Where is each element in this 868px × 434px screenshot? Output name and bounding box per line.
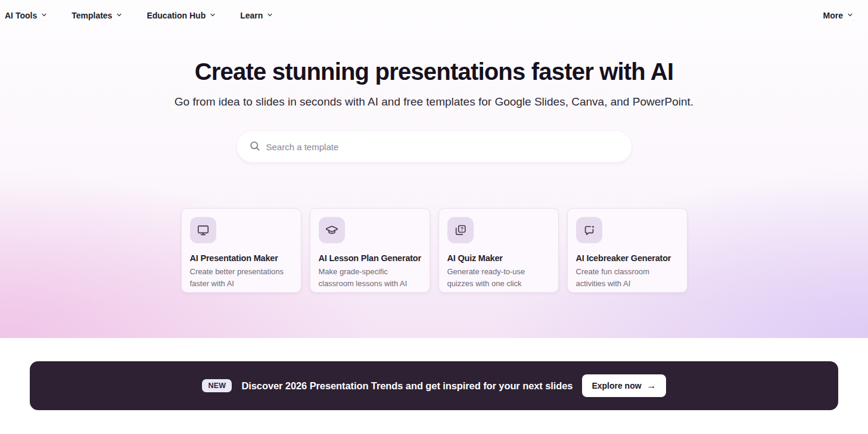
page-title: Create stunning presentations faster wit… xyxy=(0,58,868,85)
card-description: Generate ready-to-use quizzes with one c… xyxy=(447,266,550,290)
page-subtitle: Go from idea to slides in seconds with A… xyxy=(0,95,868,108)
card-title: AI Icebreaker Generator xyxy=(576,253,679,263)
chevron-down-icon xyxy=(266,11,273,20)
chevron-down-icon xyxy=(116,11,123,20)
card-description: Make grade-specific classroom lessons wi… xyxy=(319,266,421,290)
nav-item-templates[interactable]: Templates xyxy=(71,11,123,20)
chevron-down-icon xyxy=(847,11,854,20)
card-ai-quiz-maker[interactable]: ? AI Quiz Maker Generate ready-to-use qu… xyxy=(438,208,559,293)
search-input[interactable] xyxy=(266,142,620,152)
card-ai-lesson-plan-generator[interactable]: AI Lesson Plan Generator Make grade-spec… xyxy=(310,208,430,293)
hero-section: AI Tools Templates Education Hub Learn M… xyxy=(0,0,868,338)
nav-item-label: Templates xyxy=(71,11,112,20)
chevron-down-icon xyxy=(41,11,48,20)
arrow-right-icon: → xyxy=(647,380,657,391)
graduation-cap-icon xyxy=(319,217,345,243)
nav-item-label: More xyxy=(823,11,843,20)
lower-section: NEW Discover 2026 Presentation Trends an… xyxy=(0,361,868,434)
nav-item-learn[interactable]: Learn xyxy=(240,11,273,20)
top-nav: AI Tools Templates Education Hub Learn M… xyxy=(0,0,868,31)
new-badge: NEW xyxy=(202,379,232,392)
explore-now-button[interactable]: Explore now → xyxy=(582,374,665,397)
nav-item-more[interactable]: More xyxy=(823,11,854,20)
card-ai-presentation-maker[interactable]: AI Presentation Maker Create better pres… xyxy=(181,208,301,293)
tool-cards-row: AI Presentation Maker Create better pres… xyxy=(0,208,868,293)
chat-bubble-dot-icon xyxy=(576,217,602,243)
svg-text:?: ? xyxy=(460,226,463,232)
search-icon xyxy=(249,140,260,154)
banner-text: Discover 2026 Presentation Trends and ge… xyxy=(241,380,573,392)
card-description: Create better presentations faster with … xyxy=(190,266,293,290)
promo-banner: NEW Discover 2026 Presentation Trends an… xyxy=(30,361,838,410)
card-ai-icebreaker-generator[interactable]: AI Icebreaker Generator Create fun class… xyxy=(567,208,687,293)
nav-item-label: Learn xyxy=(240,11,263,20)
template-search-bar[interactable] xyxy=(237,131,631,162)
explore-now-label: Explore now xyxy=(592,381,641,390)
card-description: Create fun classroom activities with AI xyxy=(576,266,679,290)
quiz-copy-icon: ? xyxy=(447,217,474,243)
nav-item-label: AI Tools xyxy=(5,11,37,20)
card-title: AI Quiz Maker xyxy=(447,253,550,263)
monitor-icon xyxy=(190,217,216,243)
card-title: AI Presentation Maker xyxy=(190,253,293,263)
nav-item-ai-tools[interactable]: AI Tools xyxy=(5,11,48,20)
nav-item-label: Education Hub xyxy=(147,11,206,20)
nav-left-group: AI Tools Templates Education Hub Learn xyxy=(5,11,273,20)
chevron-down-icon xyxy=(209,11,216,20)
nav-item-education-hub[interactable]: Education Hub xyxy=(147,11,216,20)
card-title: AI Lesson Plan Generator xyxy=(319,253,421,263)
